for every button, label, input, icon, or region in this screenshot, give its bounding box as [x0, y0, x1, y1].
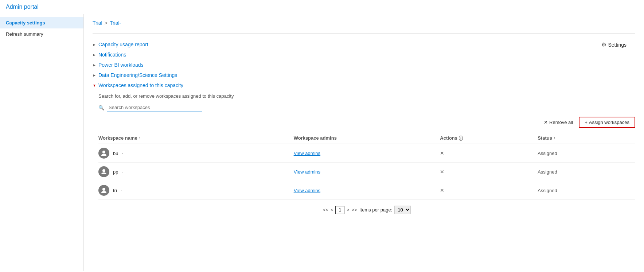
sidebar: Capacity settings Refresh summary	[0, 14, 84, 271]
workspace-cell-pp: pp ·	[98, 166, 294, 177]
section-capacity-usage[interactable]: ► Capacity usage report	[93, 39, 635, 50]
avatar-tri	[98, 185, 109, 196]
section-workspaces-label: Workspaces assigned to this capacity	[98, 82, 183, 88]
workspace-name-tri: tri	[113, 188, 117, 193]
col-workspace-name: Workspace name ↑	[98, 135, 294, 141]
sidebar-item-capacity-settings[interactable]: Capacity settings	[0, 17, 83, 28]
items-per-page-control: Items per page: 10 25 50	[359, 206, 411, 214]
actions-cell-tri: ✕	[440, 187, 538, 193]
current-page-button[interactable]: 1	[335, 206, 344, 214]
col-status-label: Status	[538, 135, 552, 141]
workspace-name-bu: bu	[113, 151, 118, 156]
pagination: << < 1 > >> Items per page: 10 25 50	[98, 206, 635, 214]
search-workspaces-input[interactable]	[107, 103, 202, 112]
section-capacity-usage-label: Capacity usage report	[98, 42, 148, 47]
toolbar-row: ✕ Remove all + Assign workspaces	[98, 117, 635, 128]
chevron-right-icon: ►	[93, 53, 96, 57]
sidebar-item-refresh-summary[interactable]: Refresh summary	[0, 28, 83, 40]
workspaces-table: Workspace name ↑ Workspace admins Action…	[98, 132, 635, 200]
col-actions: Actions i	[440, 135, 538, 141]
section-data-engineering[interactable]: ► Data Engineering/Science Settings	[93, 70, 635, 80]
status-cell-tri: Assigned	[538, 187, 635, 193]
sections-container: ► Capacity usage report ► Notifications …	[93, 39, 635, 214]
workspaces-description: Search for, add, or remove workspaces as…	[98, 93, 635, 99]
section-workspaces[interactable]: ▼ Workspaces assigned to this capacity	[93, 80, 635, 90]
app-header: Admin portal	[0, 0, 644, 14]
sort-asc-icon[interactable]: ↑	[139, 136, 141, 140]
settings-label: Settings	[608, 42, 627, 48]
workspace-name-pp: pp	[113, 169, 118, 175]
close-icon: ✕	[544, 120, 548, 125]
items-per-page-label: Items per page:	[359, 207, 392, 213]
workspace-name-suffix-bu: ·	[122, 150, 123, 156]
workspace-icon-tri	[101, 187, 107, 194]
section-notifications-label: Notifications	[98, 52, 126, 58]
status-text-bu: Assigned	[538, 151, 557, 156]
last-page-button[interactable]: >>	[352, 207, 357, 213]
remove-workspace-bu-button[interactable]: ✕	[440, 150, 444, 156]
top-divider	[93, 33, 635, 34]
section-power-bi[interactable]: ► Power BI workloads	[93, 60, 635, 70]
admins-cell-pp: View admins	[294, 169, 440, 175]
section-data-engineering-label: Data Engineering/Science Settings	[98, 72, 177, 78]
status-cell-bu: Assigned	[538, 150, 635, 156]
workspace-name-suffix-tri: ·	[121, 187, 122, 193]
assign-workspaces-label: Assign workspaces	[589, 120, 629, 125]
workspace-cell-tri: tri ·	[98, 185, 294, 196]
app-title: Admin portal	[6, 4, 39, 10]
col-workspace-admins-label: Workspace admins	[294, 135, 337, 141]
chevron-down-icon: ▼	[93, 83, 96, 88]
workspaces-expanded-content: Search for, add, or remove workspaces as…	[93, 93, 635, 214]
settings-link[interactable]: ⚙ Settings	[601, 41, 627, 48]
col-actions-label: Actions	[440, 135, 457, 141]
chevron-right-icon: ►	[93, 43, 96, 47]
workspace-cell-bu: bu ·	[98, 148, 294, 159]
col-status: Status ↕	[538, 135, 635, 141]
chevron-right-icon: ►	[93, 63, 96, 67]
table-row: tri · View admins ✕ Assigned	[98, 181, 635, 200]
remove-workspace-pp-button[interactable]: ✕	[440, 169, 444, 175]
breadcrumb-separator: >	[105, 20, 108, 26]
section-power-bi-label: Power BI workloads	[98, 62, 144, 68]
breadcrumb-trial[interactable]: Trial	[93, 20, 102, 26]
workspace-name-suffix-pp: ·	[122, 169, 123, 175]
sort-both-icon[interactable]: ↕	[554, 136, 555, 140]
remove-all-label: Remove all	[549, 120, 573, 125]
actions-cell-bu: ✕	[440, 150, 538, 156]
workspace-icon-pp	[101, 168, 107, 175]
status-text-tri: Assigned	[538, 188, 557, 193]
view-admins-button-pp[interactable]: View admins	[294, 169, 320, 175]
prev-page-button[interactable]: <	[331, 207, 333, 213]
remove-all-button[interactable]: ✕ Remove all	[544, 120, 573, 125]
view-admins-button-bu[interactable]: View admins	[294, 151, 320, 156]
svg-point-0	[102, 151, 105, 154]
workspace-icon-bu	[101, 150, 107, 156]
avatar-bu	[98, 148, 109, 159]
remove-workspace-tri-button[interactable]: ✕	[440, 187, 444, 193]
view-admins-button-tri[interactable]: View admins	[294, 188, 320, 193]
status-text-pp: Assigned	[538, 169, 557, 175]
top-row: Trial > Trial- ⚙ Settings	[93, 20, 635, 30]
table-row: pp · View admins ✕ Assigned	[98, 163, 635, 181]
table-row: bu · View admins ✕ Assigned	[98, 144, 635, 163]
items-per-page-select[interactable]: 10 25 50	[394, 206, 411, 214]
svg-point-1	[102, 169, 105, 172]
plus-icon: +	[585, 120, 588, 125]
avatar-pp	[98, 166, 109, 177]
status-cell-pp: Assigned	[538, 169, 635, 175]
layout: Capacity settings Refresh summary Trial …	[0, 14, 644, 271]
gear-icon: ⚙	[601, 41, 606, 48]
admins-cell-tri: View admins	[294, 187, 440, 193]
breadcrumb-trial-dash[interactable]: Trial-	[110, 20, 121, 26]
next-page-button[interactable]: >	[347, 207, 350, 213]
first-page-button[interactable]: <<	[323, 207, 328, 213]
breadcrumb: Trial > Trial-	[93, 20, 121, 26]
main-content: Trial > Trial- ⚙ Settings ► Capacity usa…	[84, 14, 644, 271]
table-header-row: Workspace name ↑ Workspace admins Action…	[98, 132, 635, 144]
col-workspace-admins: Workspace admins	[294, 135, 440, 141]
svg-point-2	[102, 188, 105, 191]
section-notifications[interactable]: ► Notifications	[93, 50, 635, 60]
search-area: 🔍	[98, 103, 635, 112]
admins-cell-bu: View admins	[294, 150, 440, 156]
assign-workspaces-button[interactable]: + Assign workspaces	[579, 117, 635, 128]
